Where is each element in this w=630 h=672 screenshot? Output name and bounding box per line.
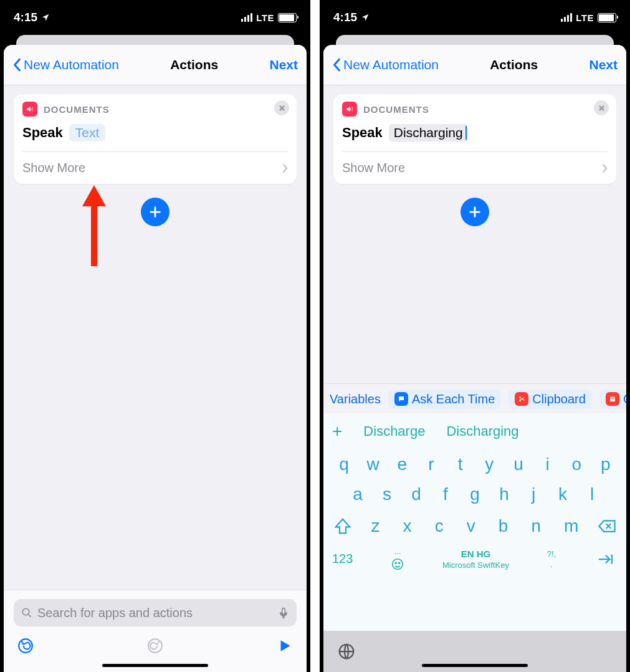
key-d[interactable]: d: [403, 484, 429, 504]
text-token[interactable]: Text: [69, 124, 106, 142]
key-e[interactable]: e: [389, 454, 415, 474]
card-source: DOCUMENTS: [363, 104, 429, 115]
variables-label[interactable]: Variables: [330, 392, 381, 406]
numeric-key[interactable]: 123: [332, 552, 353, 566]
main-sheet: New Automation Actions Next DOCUMENTS Sp…: [323, 45, 626, 672]
chevron-left-icon: [12, 58, 22, 72]
key-y[interactable]: y: [476, 454, 502, 474]
status-time: 4:15: [14, 11, 37, 24]
plus-icon: [148, 205, 162, 219]
undo-button[interactable]: [17, 638, 34, 654]
key-j[interactable]: j: [520, 484, 546, 504]
close-button[interactable]: [274, 100, 289, 115]
shift-icon: [333, 517, 352, 535]
key-u[interactable]: u: [505, 454, 532, 474]
home-indicator[interactable]: [422, 664, 528, 667]
key-n[interactable]: n: [531, 516, 541, 536]
chevron-left-icon: [332, 58, 342, 72]
close-icon: [279, 105, 285, 112]
chat-icon: [394, 392, 408, 406]
next-button[interactable]: Next: [589, 57, 618, 72]
suggestion-1[interactable]: Discharge: [363, 423, 425, 439]
calendar-icon: [606, 392, 619, 406]
location-icon: [361, 13, 370, 22]
next-button[interactable]: Next: [269, 57, 298, 72]
search-input[interactable]: Search for apps and actions: [14, 599, 297, 626]
enter-icon: [596, 550, 615, 569]
key-l[interactable]: l: [579, 484, 605, 504]
svg-point-0: [22, 608, 29, 615]
globe-key[interactable]: [337, 642, 356, 661]
signal-icon: [561, 13, 572, 22]
key-f[interactable]: f: [432, 484, 459, 504]
key-g[interactable]: g: [462, 484, 488, 504]
action-name: Speak: [342, 125, 383, 141]
page-title: Actions: [170, 57, 218, 72]
speaker-icon: [22, 102, 37, 117]
key-z[interactable]: z: [371, 516, 380, 536]
add-action-button[interactable]: [461, 198, 489, 226]
key-p[interactable]: p: [593, 454, 619, 474]
add-suggestion-button[interactable]: +: [332, 421, 342, 441]
network-label: LTE: [576, 12, 594, 23]
key-o[interactable]: o: [563, 454, 589, 474]
show-more-row[interactable]: Show More: [14, 152, 297, 184]
chip-clipboard[interactable]: Clipboard: [508, 390, 592, 409]
punctuation-key[interactable]: ?!, .: [547, 549, 556, 569]
nav-bar: New Automation Actions Next: [323, 45, 626, 85]
nav-bar: New Automation Actions Next: [4, 45, 307, 85]
keyboard-row-bottom: 123 ... EN HG Microsoft SwiftKey ?!, .: [323, 543, 626, 575]
key-c[interactable]: c: [435, 516, 444, 536]
backspace-icon: [598, 517, 616, 535]
search-placeholder: Search for apps and actions: [37, 606, 273, 620]
battery-icon: [598, 13, 616, 22]
keyboard-bottom-bar: [323, 631, 626, 672]
suggestion-2[interactable]: Discharging: [446, 423, 518, 439]
key-h[interactable]: h: [491, 484, 517, 504]
mic-icon[interactable]: [278, 607, 289, 618]
svg-point-6: [393, 559, 403, 570]
text-field[interactable]: Discharging: [389, 124, 468, 142]
speaker-icon: [342, 102, 357, 117]
key-t[interactable]: t: [447, 454, 474, 474]
chip-current[interactable]: Cur: [599, 390, 626, 409]
key-w[interactable]: w: [360, 454, 386, 474]
network-label: LTE: [256, 12, 274, 23]
space-key[interactable]: EN HG Microsoft SwiftKey: [442, 549, 509, 570]
back-label: New Automation: [24, 57, 119, 72]
scissors-icon: [515, 392, 528, 406]
signal-icon: [241, 13, 252, 22]
main-sheet: New Automation Actions Next DOCUMENTS Sp…: [4, 45, 307, 672]
key-i[interactable]: i: [535, 454, 561, 474]
key-s[interactable]: s: [374, 484, 400, 504]
key-a[interactable]: a: [345, 484, 371, 504]
shift-key[interactable]: [331, 514, 355, 538]
back-button[interactable]: New Automation: [332, 57, 439, 72]
show-more-row[interactable]: Show More: [333, 152, 616, 184]
redo-button[interactable]: [147, 638, 163, 654]
key-b[interactable]: b: [499, 516, 508, 536]
key-q[interactable]: q: [331, 454, 357, 474]
chip-ask-each-time[interactable]: Ask Each Time: [388, 390, 501, 409]
home-indicator[interactable]: [102, 664, 208, 667]
show-more-label: Show More: [22, 161, 85, 175]
key-x[interactable]: x: [403, 516, 412, 536]
key-r[interactable]: r: [418, 454, 444, 474]
emoji-key[interactable]: ...: [391, 547, 404, 571]
enter-key[interactable]: [594, 547, 618, 571]
play-button[interactable]: [277, 638, 293, 654]
card-source: DOCUMENTS: [44, 104, 110, 115]
variables-row: Variables Ask Each Time Clipboard Cur: [323, 383, 626, 414]
key-v[interactable]: v: [467, 516, 475, 536]
location-icon: [41, 13, 50, 22]
close-button[interactable]: [594, 100, 609, 115]
backspace-key[interactable]: [595, 514, 619, 538]
back-button[interactable]: New Automation: [12, 57, 119, 72]
suggestion-row: + Discharge Discharging: [323, 413, 626, 449]
keyboard-row-1: q w e r t y u i o p: [323, 449, 626, 479]
key-k[interactable]: k: [550, 484, 576, 504]
chevron-right-icon: [282, 163, 288, 173]
key-m[interactable]: m: [564, 516, 578, 536]
chevron-right-icon: [601, 163, 608, 173]
add-action-button[interactable]: [141, 198, 169, 226]
